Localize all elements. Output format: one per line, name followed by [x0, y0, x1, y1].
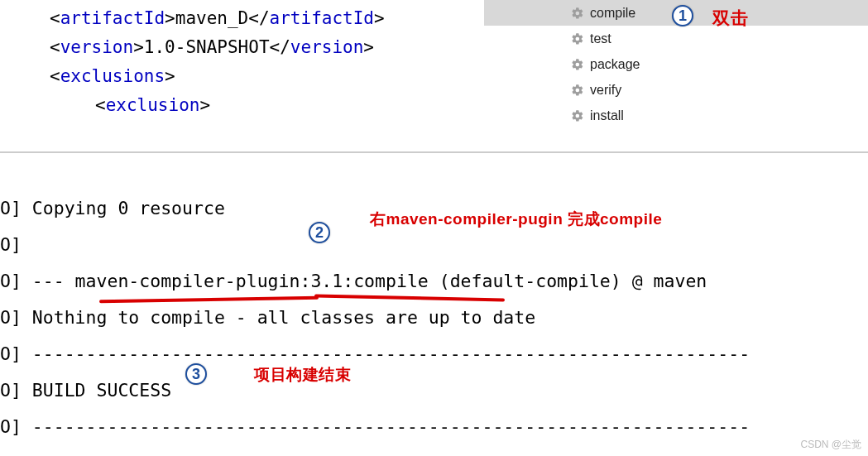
- maven-goal-label: verify: [590, 83, 621, 98]
- gear-icon: [571, 58, 584, 71]
- gear-icon: [571, 32, 584, 46]
- annotation-dblclick: 双击: [712, 7, 748, 30]
- code-line: <artifactId>maven_D</artifactId>: [50, 4, 484, 33]
- maven-goal-label: test: [590, 31, 611, 46]
- maven-goal-verify[interactable]: verify: [484, 77, 868, 103]
- console-line: O]: [0, 227, 868, 263]
- gear-icon: [571, 109, 584, 122]
- callout-2: 2: [309, 222, 330, 243]
- console-line: O] BUILD SUCCESS: [0, 372, 868, 409]
- annotation-build-end: 项目构建结束: [254, 364, 351, 386]
- code-line: <exclusions>: [50, 62, 484, 91]
- watermark: CSDN @尘觉: [800, 438, 861, 452]
- console-line: O] Total time: 0.901 s: [0, 445, 868, 456]
- console-line: O] -------------------------------------…: [0, 336, 868, 372]
- maven-goal-package[interactable]: package: [484, 51, 868, 77]
- gear-icon: [571, 7, 584, 20]
- callout-3: 3: [185, 363, 207, 385]
- gear-icon: [571, 84, 584, 97]
- annotation-compile-done: 右maven-compiler-pugin 完成compile: [370, 209, 662, 230]
- console-line: O] Nothing to compile - all classes are …: [0, 300, 868, 336]
- maven-goal-label: install: [590, 108, 624, 123]
- code-line: <version>1.0-SNAPSHOT</version>: [50, 33, 484, 62]
- maven-goal-label: compile: [590, 6, 635, 21]
- maven-goal-label: package: [590, 57, 640, 72]
- xml-editor[interactable]: <artifactId>maven_D</artifactId><version…: [0, 0, 484, 151]
- callout-1: 1: [672, 5, 693, 26]
- console-line: O] -------------------------------------…: [0, 409, 868, 445]
- code-line: <exclusion>: [50, 91, 484, 120]
- maven-goal-test[interactable]: test: [484, 26, 868, 51]
- console-line: O] --- maven-compiler-plugin:3.1:compile…: [0, 263, 868, 300]
- maven-goal-install[interactable]: install: [484, 103, 868, 128]
